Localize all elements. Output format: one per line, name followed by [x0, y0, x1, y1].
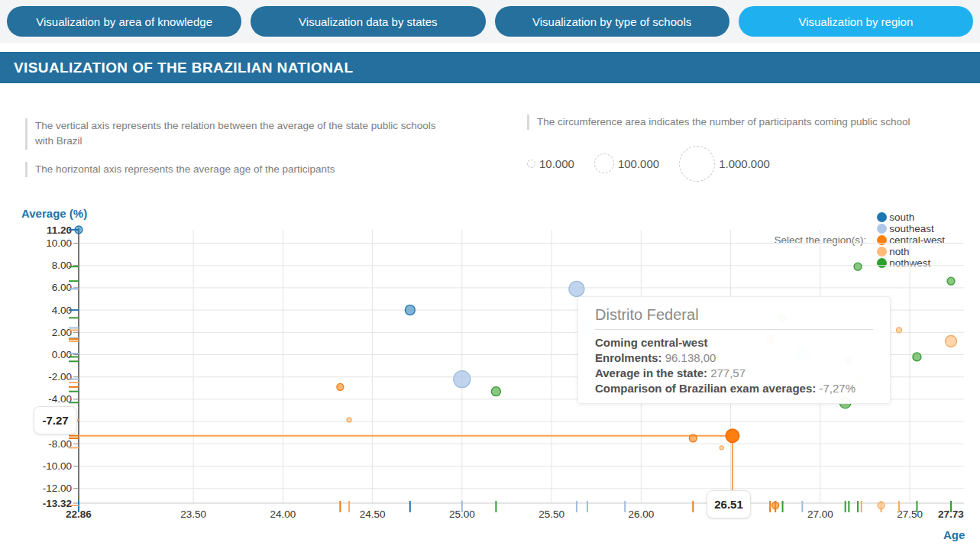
data-point-central-west[interactable] — [772, 502, 779, 509]
data-point-central-west[interactable] — [689, 434, 697, 442]
data-point-southeast[interactable] — [569, 281, 584, 296]
x-tick-label: 24.50 — [360, 508, 386, 520]
data-point-south[interactable] — [75, 226, 82, 234]
data-point-noth[interactable] — [720, 446, 723, 450]
x-tick-label: 26.00 — [628, 508, 654, 520]
tab-visualization-by-type-of-schools[interactable]: Visualization by type of schools — [495, 6, 729, 37]
data-point-noth[interactable] — [946, 336, 957, 347]
y-tick-label: -10.00 — [43, 460, 72, 472]
size-legend-label: 100.000 — [618, 157, 659, 170]
size-legend-circle — [594, 153, 614, 173]
x-tick-label: 25.50 — [539, 508, 564, 520]
data-point-nothwest[interactable] — [913, 353, 921, 361]
tooltip-row: Enrolments: 96.138,00 — [595, 350, 873, 366]
data-point-noth[interactable] — [896, 328, 901, 333]
tooltip-region-line: Coming central-west — [595, 335, 873, 350]
tooltip-row: Average in the state: 277,57 — [595, 366, 873, 381]
y-tick-label: 11.20 — [47, 224, 72, 236]
size-legend-circle — [679, 146, 715, 182]
tooltip-rows: Enrolments: 96.138,00Average in the stat… — [595, 350, 873, 396]
bubble-size-notes: The circumference area indicates the num… — [527, 115, 966, 183]
axis-notes: The vertical axis represents the relatio… — [25, 118, 448, 177]
size-legend-circle — [527, 160, 535, 168]
y-tick-label: -13.32 — [43, 498, 72, 509]
y-tick-label: 6.00 — [52, 282, 72, 293]
x-tick-label: 27.50 — [897, 508, 923, 520]
y-tick-label: 0.00 — [52, 349, 72, 360]
data-point-noth[interactable] — [878, 502, 885, 509]
data-point-southeast[interactable] — [454, 371, 471, 388]
crosshair-y-value-box: -7.27 — [34, 406, 77, 434]
y-tick-label: -2.00 — [48, 371, 72, 383]
tooltip-divider — [595, 329, 873, 330]
note-vertical-axis: The vertical axis represents the relatio… — [25, 118, 448, 150]
data-point-selected[interactable] — [726, 429, 739, 442]
page: Visualization by area of knowledgeVisual… — [0, 0, 980, 552]
tab-visualization-by-area-of-knowledge[interactable]: Visualization by area of knowledge — [7, 6, 241, 37]
y-tick-label: -4.00 — [48, 393, 72, 405]
size-legend-label: 10.000 — [539, 157, 574, 170]
page-title: VISUALIZATION OF THE BRAZILIAN NATIONAL — [14, 60, 353, 76]
tooltip-row: Comparison of Brazilian exam averages: -… — [595, 381, 873, 396]
top-tab-bar: Visualization by area of knowledgeVisual… — [0, 0, 980, 43]
note-horizontal-axis: The horizontal axis represents the avera… — [25, 162, 448, 177]
chart-section: Average (%) Select the region(s): souths… — [0, 205, 980, 552]
data-point-nothwest[interactable] — [947, 277, 955, 285]
data-point-south[interactable] — [405, 305, 415, 315]
size-legend-label: 1.000.000 — [719, 157, 770, 170]
page-header: VISUALIZATION OF THE BRAZILIAN NATIONAL — [0, 52, 980, 83]
data-point-nothwest[interactable] — [854, 263, 862, 270]
x-tick-label: 24.00 — [270, 508, 296, 520]
y-tick-label: 10.00 — [46, 237, 72, 249]
y-tick-label: -12.00 — [43, 483, 72, 494]
data-point-nothwest[interactable] — [491, 387, 500, 396]
tooltip-title: Distrito Federal — [595, 306, 873, 324]
y-tick-label: 8.00 — [52, 260, 72, 271]
note-circumference: The circumference area indicates the num… — [527, 115, 966, 130]
x-tick-label: 23.50 — [180, 508, 206, 520]
data-point-central-west[interactable] — [337, 383, 344, 390]
y-tick-label: -8.00 — [48, 438, 72, 450]
tab-visualization-by-region[interactable]: Visualization by region — [739, 6, 973, 37]
bubble-size-legend: 10.000100.0001.000.000 — [527, 144, 966, 183]
state-tooltip: Distrito Federal Coming central-west Enr… — [577, 296, 891, 404]
x-axis-title: Age — [943, 528, 965, 541]
tab-visualization-data-by-states[interactable]: Visualization data by states — [251, 6, 485, 37]
crosshair-x-value-box: 26.51 — [707, 490, 751, 518]
data-point-noth[interactable] — [347, 418, 351, 422]
x-tick-label: 27.00 — [807, 508, 833, 520]
